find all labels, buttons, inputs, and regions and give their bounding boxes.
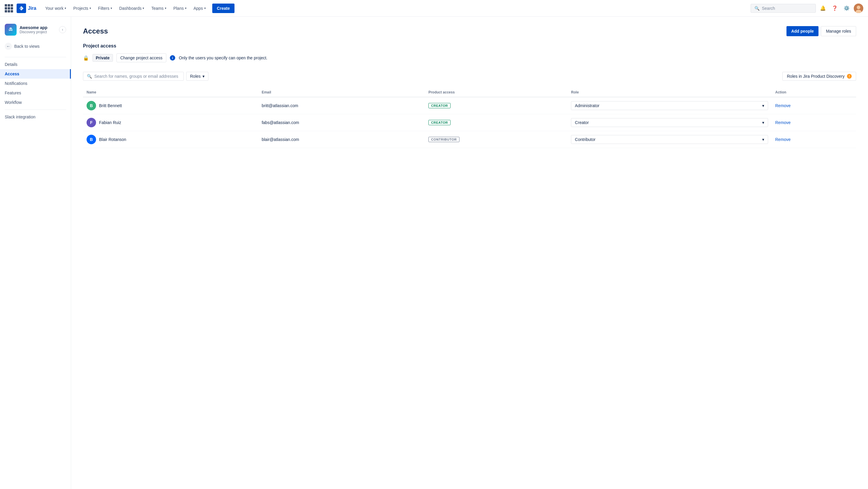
person-name: Fabian Ruiz	[99, 120, 121, 125]
role-label: Contributor	[575, 137, 595, 142]
help-button[interactable]: ❓	[830, 4, 840, 13]
nav-plans[interactable]: Plans ▾	[170, 4, 189, 12]
search-box[interactable]: 🔍	[751, 4, 816, 13]
search-icon: 🔍	[754, 6, 760, 11]
chevron-down-icon: ▾	[111, 6, 112, 10]
chevron-down-icon: ▾	[90, 6, 91, 10]
table-row: B Blair Rotanson blair@atlassian.com CON…	[83, 131, 856, 148]
change-project-access-button[interactable]: Change project access	[117, 53, 166, 62]
main-layout: Awesome app Discovery project ‹ ← Back t…	[0, 17, 868, 489]
col-product-access: Product access	[425, 88, 567, 97]
remove-button[interactable]: Remove	[775, 120, 790, 125]
roles-dropdown[interactable]: Roles ▾	[186, 72, 208, 81]
nav-filters[interactable]: Filters ▾	[95, 4, 115, 12]
chevron-down-icon: ▾	[185, 6, 186, 10]
table-row: B Britt Bennett britt@atlassian.com CREA…	[83, 97, 856, 114]
person-avatar: B	[87, 135, 96, 144]
role-select[interactable]: Administrator ▾	[571, 101, 768, 110]
chevron-down-icon: ▾	[203, 74, 205, 79]
nav-projects[interactable]: Projects ▾	[70, 4, 94, 12]
roles-info-button[interactable]: Roles in Jira Product Discovery !	[782, 72, 856, 81]
person-cell: B Britt Bennett	[87, 101, 255, 110]
main-content: Access Add people Manage roles Project a…	[71, 17, 868, 489]
sidebar-item-slack[interactable]: Slack integration	[0, 112, 71, 122]
back-icon: ←	[5, 43, 12, 50]
col-email: Email	[258, 88, 425, 97]
jira-product-discovery-icon: !	[847, 74, 852, 79]
people-search-box[interactable]: 🔍	[83, 72, 184, 81]
sidebar-item-access[interactable]: Access	[0, 69, 71, 79]
back-to-views-button[interactable]: ← Back to views	[0, 40, 71, 52]
app-grid-button[interactable]	[5, 4, 13, 12]
access-row: 🔒 Private Change project access i Only t…	[83, 53, 856, 62]
create-button[interactable]: Create	[212, 4, 235, 13]
svg-point-7	[11, 29, 12, 30]
info-icon: i	[170, 55, 175, 60]
sidebar-divider-2	[5, 110, 66, 110]
settings-button[interactable]: ⚙️	[842, 4, 851, 13]
sidebar: Awesome app Discovery project ‹ ← Back t…	[0, 17, 71, 489]
jira-logo[interactable]: Jira	[17, 4, 36, 13]
chevron-down-icon: ▾	[762, 120, 764, 125]
sidebar-app-name: Awesome app	[20, 25, 56, 30]
filter-left: 🔍 Roles ▾	[83, 72, 208, 81]
table-header-row: Name Email Product access Role Action	[83, 88, 856, 97]
person-name: Blair Rotanson	[99, 137, 126, 142]
sidebar-collapse-button[interactable]: ‹	[59, 26, 66, 33]
sidebar-app-sub: Discovery project	[20, 30, 56, 34]
role-select[interactable]: Creator ▾	[571, 118, 768, 127]
notifications-button[interactable]: 🔔	[818, 4, 828, 13]
sidebar-item-notifications[interactable]: Notifications	[0, 79, 71, 88]
col-action: Action	[772, 88, 856, 97]
sidebar-item-workflow[interactable]: Workflow	[0, 97, 71, 107]
product-access-badge: CONTRIBUTOR	[428, 137, 460, 142]
search-input[interactable]	[762, 6, 812, 11]
chevron-down-icon: ▾	[65, 6, 66, 10]
manage-roles-button[interactable]: Manage roles	[821, 26, 856, 36]
role-label: Creator	[575, 120, 589, 125]
jira-logo-icon	[17, 4, 26, 13]
top-navigation: Jira Your work ▾ Projects ▾ Filters ▾ Da…	[0, 0, 868, 17]
person-name: Britt Bennett	[99, 103, 122, 108]
chevron-down-icon: ▾	[762, 137, 764, 142]
page-header: Access Add people Manage roles	[83, 26, 856, 36]
nav-your-work[interactable]: Your work ▾	[42, 4, 69, 12]
product-access-badge: CREATOR	[428, 103, 451, 108]
section-title: Project access	[83, 43, 856, 49]
col-role: Role	[567, 88, 772, 97]
filter-row: 🔍 Roles ▾ Roles in Jira Product Discover…	[83, 72, 856, 81]
table-row: F Fabian Ruiz fabs@atlassian.com CREATOR…	[83, 114, 856, 131]
lock-icon: 🔒	[83, 55, 89, 61]
user-avatar[interactable]	[854, 4, 863, 13]
role-select[interactable]: Contributor ▾	[571, 135, 768, 144]
app-icon	[5, 24, 17, 36]
role-label: Administrator	[575, 103, 599, 108]
sidebar-divider	[5, 57, 66, 57]
nav-apps[interactable]: Apps ▾	[191, 4, 209, 12]
svg-point-1	[857, 6, 860, 9]
person-email: fabs@atlassian.com	[262, 120, 299, 125]
sidebar-item-details[interactable]: Details	[0, 60, 71, 69]
sidebar-app-info: Awesome app Discovery project	[20, 25, 56, 34]
nav-dashboards[interactable]: Dashboards ▾	[116, 4, 147, 12]
page-title: Access	[83, 27, 108, 35]
sidebar-header: Awesome app Discovery project ‹	[0, 21, 71, 40]
sidebar-item-features[interactable]: Features	[0, 88, 71, 97]
chevron-down-icon: ▾	[143, 6, 144, 10]
col-name: Name	[83, 88, 258, 97]
people-search-input[interactable]	[94, 74, 180, 79]
add-people-button[interactable]: Add people	[786, 26, 818, 36]
nav-teams[interactable]: Teams ▾	[148, 4, 169, 12]
chevron-down-icon: ▾	[165, 6, 166, 10]
svg-point-6	[9, 29, 11, 30]
chevron-down-icon: ▾	[762, 103, 764, 108]
private-badge: Private	[92, 54, 113, 62]
remove-button[interactable]: Remove	[775, 103, 790, 108]
topnav-right: 🔍 🔔 ❓ ⚙️	[751, 4, 863, 13]
remove-button[interactable]: Remove	[775, 137, 790, 142]
person-cell: B Blair Rotanson	[87, 135, 255, 144]
person-avatar: B	[87, 101, 96, 110]
person-email: blair@atlassian.com	[262, 137, 299, 142]
person-email: britt@atlassian.com	[262, 103, 298, 108]
people-table: Name Email Product access Role Action B …	[83, 88, 856, 148]
